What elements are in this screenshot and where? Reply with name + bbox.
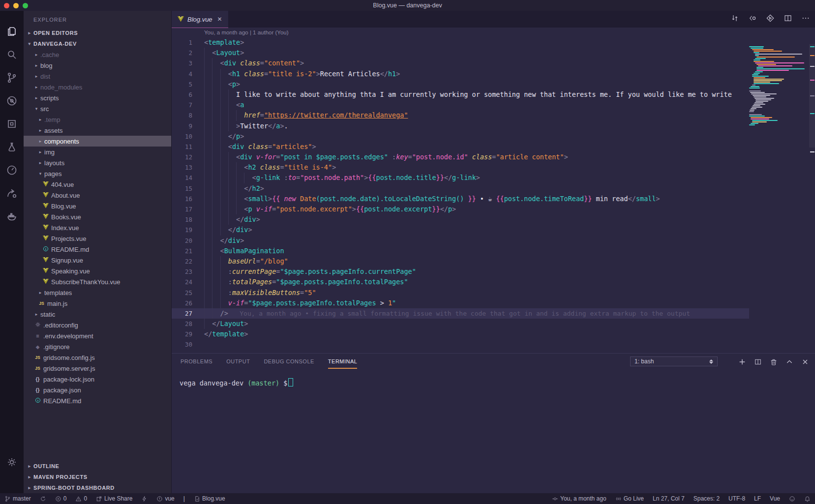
- status-smiley-icon[interactable]: [789, 496, 795, 502]
- tree-item-books-vue[interactable]: Books.vue: [24, 211, 171, 222]
- kill-terminal-icon[interactable]: [770, 358, 778, 366]
- status-bell-icon[interactable]: [804, 496, 811, 502]
- file-tree: ▸OPEN EDITORS▾DANVEGA-DEV▸.cache▸blog▸di…: [24, 28, 171, 406]
- split-terminal-icon[interactable]: [754, 358, 762, 366]
- tree-item-projects-vue[interactable]: Projects.vue: [24, 233, 171, 244]
- tree-item--temp[interactable]: ▸.temp: [24, 114, 171, 125]
- tree-item--env-development[interactable]: ≡.env.development: [24, 330, 171, 341]
- maximize-panel-icon[interactable]: [785, 358, 793, 366]
- docker-icon[interactable]: [0, 207, 24, 226]
- git-compare-icon[interactable]: [730, 14, 739, 25]
- line-number: 13: [172, 162, 192, 173]
- status-master[interactable]: master: [4, 495, 31, 502]
- tree-item-package-lock-json[interactable]: {}package-lock.json: [24, 374, 171, 385]
- search-icon[interactable]: [0, 45, 24, 64]
- tree-item-package-json[interactable]: {}package.json: [24, 385, 171, 395]
- extensions-icon[interactable]: [0, 114, 24, 134]
- tree-item-img[interactable]: ▸img: [24, 147, 171, 157]
- status-0[interactable]: 0: [75, 495, 87, 502]
- section-outline[interactable]: ▸OUTLINE: [24, 461, 171, 472]
- settings-gear-icon[interactable]: [0, 452, 24, 472]
- section-spring-boot-dashboard[interactable]: ▸SPRING-BOOT DASHBOARD: [24, 482, 171, 493]
- debug-icon[interactable]: [0, 91, 24, 111]
- status-bolt-icon[interactable]: [141, 496, 148, 502]
- status-0[interactable]: 0: [55, 495, 67, 502]
- status-lf[interactable]: LF: [754, 495, 761, 502]
- dashboard-dial-icon[interactable]: [0, 160, 24, 180]
- code-line-4: 4<h1 class="title is-2">Recent Articles<…: [172, 69, 749, 79]
- tree-item-blog[interactable]: ▸blog: [24, 60, 171, 71]
- tree-item-gridsome-config-js[interactable]: JSgridsome.config.js: [24, 352, 171, 363]
- status-utf-8[interactable]: UTF-8: [728, 495, 745, 502]
- status-vue[interactable]: vue: [156, 495, 174, 502]
- tree-item-open-editors[interactable]: ▸OPEN EDITORS: [24, 28, 171, 38]
- source-control-icon[interactable]: [0, 68, 24, 88]
- tree-item-danvega-dev[interactable]: ▾DANVEGA-DEV: [24, 38, 171, 49]
- codelens-annotation[interactable]: You, a month ago | 1 author (You): [172, 28, 749, 37]
- tree-item-signup-vue[interactable]: Signup.vue: [24, 255, 171, 266]
- section-maven-projects[interactable]: ▸MAVEN PROJECTS: [24, 472, 171, 482]
- format-document-icon[interactable]: [766, 14, 775, 25]
- tree-item-404-vue[interactable]: 404.vue: [24, 179, 171, 190]
- live-share-icon[interactable]: [0, 183, 24, 203]
- status-ln-27-col-7[interactable]: Ln 27, Col 7: [653, 495, 685, 502]
- tree-item-blog-vue[interactable]: Blog.vue: [24, 201, 171, 211]
- close-panel-icon[interactable]: [801, 358, 809, 366]
- tree-item-readme-md[interactable]: README.md: [24, 244, 171, 255]
- tree-item-subscribethankyou-vue[interactable]: SubscribeThankYou.vue: [24, 276, 171, 287]
- minimize-window-button[interactable]: [13, 3, 19, 8]
- broadcast-icon: [615, 496, 622, 502]
- status--[interactable]: |: [183, 495, 185, 502]
- status-blog-vue[interactable]: Blog.vue: [194, 495, 225, 502]
- tree-item-index-vue[interactable]: Index.vue: [24, 222, 171, 233]
- zoom-window-button[interactable]: [23, 3, 28, 8]
- test-flask-icon[interactable]: [0, 137, 24, 157]
- shell-selector[interactable]: 1: bash: [630, 356, 718, 366]
- panel-tab-debug-console[interactable]: DEBUG CONSOLE: [264, 358, 314, 369]
- chevron-down-icon: ▾: [37, 171, 43, 176]
- panel-tab-problems[interactable]: PROBLEMS: [181, 358, 212, 369]
- status-go-live[interactable]: Go Live: [615, 495, 644, 502]
- explorer-icon[interactable]: [0, 22, 24, 41]
- vue-file-icon: [41, 224, 50, 232]
- code-line-15: 15</h2>: [172, 183, 749, 194]
- status-spaces-2[interactable]: Spaces: 2: [694, 495, 720, 502]
- tree-item--editorconfig[interactable]: .editorconfig: [24, 320, 171, 330]
- overview-ruler[interactable]: [809, 44, 815, 353]
- tree-item-components[interactable]: ▸components: [24, 136, 171, 147]
- tree-item-about-vue[interactable]: About.vue: [24, 190, 171, 201]
- terminal[interactable]: vega danvega-dev (master) $: [180, 378, 293, 387]
- js-file-icon: JS: [33, 366, 42, 371]
- tree-item-layouts[interactable]: ▸layouts: [24, 157, 171, 168]
- panel-tab-terminal[interactable]: TERMINAL: [328, 358, 358, 369]
- tree-item-readme-md[interactable]: README.md: [24, 395, 171, 406]
- tree-item-main-js[interactable]: JSmain.js: [24, 298, 171, 309]
- status-you-a-month-ago[interactable]: You, a month ago: [552, 495, 606, 502]
- panel-tab-output[interactable]: OUTPUT: [226, 358, 250, 369]
- tree-item-src[interactable]: ▾src: [24, 103, 171, 114]
- code-editor[interactable]: You, a month ago | 1 author (You)1<templ…: [172, 28, 815, 353]
- tree-item-assets[interactable]: ▸assets: [24, 125, 171, 136]
- tree-item-templates[interactable]: ▸templates: [24, 287, 171, 298]
- tree-item-gridsome-server-js[interactable]: JSgridsome.server.js: [24, 363, 171, 374]
- tab-blog-vue[interactable]: Blog.vue ✕: [172, 11, 228, 28]
- more-actions-icon[interactable]: [801, 14, 810, 25]
- close-tab-icon[interactable]: ✕: [217, 16, 222, 23]
- split-editor-icon[interactable]: [784, 14, 792, 25]
- tree-item-dist[interactable]: ▸dist: [24, 71, 171, 82]
- new-terminal-icon[interactable]: [738, 358, 746, 366]
- chevron-right-icon: ▸: [33, 74, 39, 79]
- tree-item--cache[interactable]: ▸.cache: [24, 49, 171, 60]
- tree-item-static[interactable]: ▸static: [24, 309, 171, 320]
- minimap[interactable]: [749, 44, 809, 353]
- tree-item-pages[interactable]: ▾pages: [24, 168, 171, 179]
- status-sync-icon[interactable]: [40, 496, 46, 502]
- open-preview-icon[interactable]: [748, 14, 757, 25]
- status-live-share[interactable]: Live Share: [96, 495, 132, 502]
- status-vue[interactable]: Vue: [770, 495, 780, 502]
- tree-item-node-modules[interactable]: ▸node_modules: [24, 82, 171, 92]
- tree-item-scripts[interactable]: ▸scripts: [24, 92, 171, 103]
- tree-item--gitignore[interactable]: ◆.gitignore: [24, 341, 171, 352]
- close-window-button[interactable]: [4, 3, 9, 8]
- tree-item-speaking-vue[interactable]: Speaking.vue: [24, 266, 171, 276]
